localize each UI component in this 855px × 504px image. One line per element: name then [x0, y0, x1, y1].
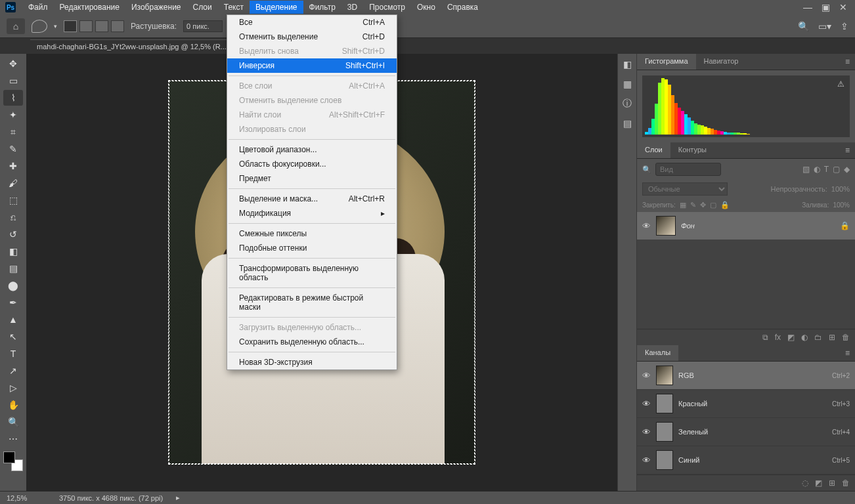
adjustment-icon[interactable]: ◐ [801, 333, 808, 342]
menu-item[interactable]: Отменить выделениеCtrl+D [227, 30, 397, 44]
foreground-background-colors[interactable] [3, 452, 23, 471]
clone-tool[interactable]: ⎌ [3, 209, 23, 225]
panel-menu-icon[interactable]: ≡ [840, 142, 855, 158]
channel-item[interactable]: 👁КрасныйCtrl+3 [637, 390, 855, 418]
history-brush-tool[interactable]: ↺ [3, 226, 23, 242]
zoom-level[interactable]: 12,5% [7, 494, 46, 502]
menu-item[interactable]: Предмет [227, 171, 397, 186]
menu-item[interactable]: Цветовой диапазон... [227, 142, 397, 157]
path-tool[interactable]: ↖ [3, 329, 23, 345]
channel-item[interactable]: 👁RGBCtrl+2 [637, 362, 855, 390]
selection-add-button[interactable] [79, 20, 93, 32]
trash-icon[interactable]: 🗑 [842, 478, 850, 488]
menu-слои[interactable]: Слои [187, 1, 218, 14]
share-icon[interactable]: ⇪ [841, 21, 848, 32]
chevron-right-icon[interactable]: ▸ [176, 494, 180, 502]
layer-thumbnail[interactable] [656, 216, 676, 236]
menu-item[interactable]: Область фокусировки... [227, 157, 397, 171]
swatches-panel-icon[interactable]: ▦ [621, 77, 634, 91]
maximize-button[interactable]: ▣ [822, 2, 830, 12]
filter-shape-icon[interactable]: ▢ [833, 165, 840, 174]
menu-item[interactable]: Редактировать в режиме быстрой маски [227, 291, 397, 314]
menu-item[interactable]: ИнверсияShift+Ctrl+I [227, 58, 397, 73]
filter-smart-icon[interactable]: ◆ [844, 165, 850, 174]
trash-icon[interactable]: 🗑 [842, 333, 850, 342]
new-channel-icon[interactable]: ⊞ [829, 478, 835, 488]
direct-select-tool[interactable]: ↗ [3, 363, 23, 379]
filter-image-icon[interactable]: ▧ [802, 165, 810, 174]
tab-navigator[interactable]: Навигатор [696, 54, 747, 70]
selection-intersect-button[interactable] [111, 20, 124, 32]
link-icon[interactable]: ⧉ [762, 333, 768, 342]
filter-type-icon[interactable]: T [824, 165, 829, 174]
pointer-tool[interactable]: ▷ [3, 380, 23, 396]
type-tool[interactable]: T [3, 346, 23, 362]
fx-icon[interactable]: fx [775, 333, 781, 342]
opacity-value[interactable]: 100% [831, 185, 850, 193]
selection-subtract-button[interactable] [95, 20, 108, 32]
lock-brush-icon[interactable]: ✎ [690, 201, 696, 209]
menu-выделение[interactable]: Выделение [250, 1, 303, 14]
lock-artboard-icon[interactable]: ▢ [710, 201, 716, 209]
doc-info[interactable]: 3750 пикс. x 4688 пикс. (72 ppi) [59, 494, 163, 502]
document-tab[interactable]: mahdi-chaghari-BG1s_JYt2ww-unsplash.jpg … [30, 39, 233, 53]
menu-окно[interactable]: Окно [411, 1, 441, 14]
menu-изображение[interactable]: Изображение [125, 1, 187, 14]
lock-move-icon[interactable]: ✥ [700, 201, 706, 209]
tab-histogram[interactable]: Гистограмма [637, 54, 696, 70]
search-icon[interactable]: 🔍 [798, 21, 809, 32]
tab-layers[interactable]: Слои [637, 142, 670, 158]
shape-tool[interactable]: ▲ [3, 312, 23, 327]
tab-paths[interactable]: Контуры [670, 142, 714, 158]
info-panel-icon[interactable]: ⓘ [621, 97, 634, 110]
menu-item[interactable]: Трансформировать выделенную область [227, 261, 397, 285]
minimize-button[interactable]: — [803, 2, 812, 12]
visibility-toggle-icon[interactable]: 👁 [642, 371, 651, 381]
menu-редактирование[interactable]: Редактирование [54, 1, 125, 14]
mask-icon[interactable]: ◩ [787, 333, 795, 342]
menu-3d[interactable]: 3D [341, 1, 363, 14]
menu-текст[interactable]: Текст [218, 1, 250, 14]
panel-menu-icon[interactable]: ≡ [840, 345, 855, 361]
warning-icon[interactable]: ⚠ [837, 79, 844, 89]
panel-menu-icon[interactable]: ≡ [840, 54, 855, 70]
menu-файл[interactable]: Файл [22, 1, 54, 14]
visibility-toggle-icon[interactable]: 👁 [642, 399, 651, 409]
menu-item[interactable]: Модификация▸ [227, 206, 397, 220]
frame-tool[interactable]: ⬚ [3, 192, 23, 208]
feather-input[interactable] [183, 20, 223, 32]
color-panel-icon[interactable]: ◧ [621, 58, 634, 71]
menu-item[interactable]: ВсеCtrl+A [227, 15, 397, 30]
menu-item[interactable]: Выделение и маска...Alt+Ctrl+R [227, 192, 397, 206]
magic-wand-tool[interactable]: ✦ [3, 107, 23, 123]
save-selection-icon[interactable]: ◩ [815, 478, 822, 488]
layer-item[interactable]: 👁 Фон 🔒 [637, 212, 855, 240]
layer-search-input[interactable] [655, 163, 721, 176]
move-tool[interactable]: ✥ [3, 56, 23, 72]
close-button[interactable]: ✕ [839, 2, 847, 12]
healing-tool[interactable]: ✚ [3, 158, 23, 174]
visibility-toggle-icon[interactable]: 👁 [642, 221, 651, 231]
brush-tool[interactable]: 🖌 [3, 175, 23, 191]
workspace-icon[interactable]: ▭▾ [818, 21, 831, 32]
marquee-tool[interactable]: ▭ [3, 73, 23, 89]
zoom-tool[interactable]: 🔍 [3, 414, 23, 430]
menu-item[interactable]: Новая 3D-экструзия [227, 355, 397, 369]
menu-item[interactable]: Сохранить выделенную область... [227, 335, 397, 349]
pen-tool[interactable]: ✒ [3, 295, 23, 310]
lock-trans-icon[interactable]: ▦ [680, 201, 686, 209]
crop-tool[interactable]: ⌗ [3, 124, 23, 140]
more-tool[interactable]: ⋯ [3, 431, 23, 447]
channel-item[interactable]: 👁СинийCtrl+5 [637, 446, 855, 474]
group-icon[interactable]: 🗀 [814, 333, 822, 342]
gradient-tool[interactable]: ▤ [3, 261, 23, 276]
properties-panel-icon[interactable]: ▤ [621, 117, 634, 130]
new-layer-icon[interactable]: ⊞ [829, 333, 835, 342]
menu-фильтр[interactable]: Фильтр [303, 1, 341, 14]
hand-tool[interactable]: ✋ [3, 397, 23, 413]
lock-all-icon[interactable]: 🔒 [720, 201, 730, 209]
fill-value[interactable]: 100% [833, 201, 850, 209]
filter-adjust-icon[interactable]: ◐ [814, 165, 820, 174]
menu-item[interactable]: Подобные оттенки [227, 241, 397, 255]
menu-item[interactable]: Смежные пикселы [227, 226, 397, 241]
